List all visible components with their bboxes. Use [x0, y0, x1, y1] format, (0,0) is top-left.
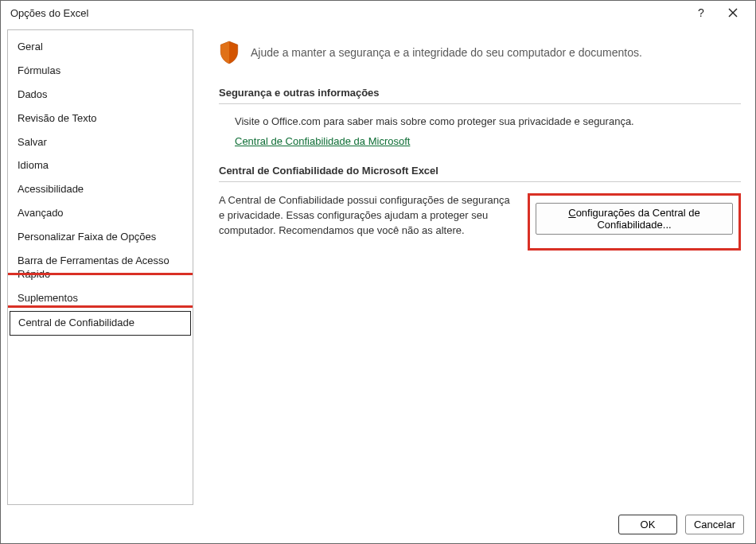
- trust-center-settings-button[interactable]: Configurações da Central de Confiabilida…: [536, 203, 733, 235]
- excel-options-window: Opções do Excel ? Geral Fórmulas Dados R…: [0, 0, 756, 544]
- sidebar-item-geral[interactable]: Geral: [10, 36, 191, 59]
- trust-center-description: A Central de Confiabilidade possui confi…: [219, 193, 513, 239]
- sidebar-item-acessibilidade[interactable]: Acessibilidade: [10, 178, 191, 201]
- sidebar-item-barra-acesso-rapido[interactable]: Barra de Ferramentas de Acesso Rápido: [10, 250, 191, 286]
- sidebar-item-central-confiabilidade[interactable]: Central de Confiabilidade: [10, 311, 191, 336]
- close-button[interactable]: [717, 1, 749, 25]
- intro-text: Ajude a manter a segurança e a integrida…: [251, 46, 642, 59]
- microsoft-trust-center-link[interactable]: Central de Confiabilidade da Microsoft: [235, 135, 410, 147]
- section-body-security-info: Visite o Office.com para saber mais sobr…: [219, 115, 741, 165]
- sidebar-item-salvar[interactable]: Salvar: [10, 131, 191, 154]
- sidebar-item-revisao[interactable]: Revisão de Texto: [10, 107, 191, 130]
- section-body-trust-center: A Central de Confiabilidade possui confi…: [219, 193, 741, 268]
- cancel-button[interactable]: Cancelar: [685, 515, 744, 534]
- ok-button[interactable]: OK: [618, 515, 677, 534]
- close-icon: [728, 8, 738, 17]
- footer: OK Cancelar: [1, 505, 755, 543]
- sidebar: Geral Fórmulas Dados Revisão de Texto Sa…: [7, 29, 193, 505]
- sidebar-item-dados[interactable]: Dados: [10, 84, 191, 107]
- sidebar-item-idioma[interactable]: Idioma: [10, 154, 191, 177]
- trust-center-button-wrap: Configurações da Central de Confiabilida…: [528, 193, 741, 251]
- window-title: Opções do Excel: [7, 7, 685, 19]
- trust-center-settings-button-rest: onfigurações da Central de Confiabilidad…: [576, 207, 700, 231]
- help-button[interactable]: ?: [685, 1, 717, 25]
- security-info-text: Visite o Office.com para saber mais sobr…: [235, 115, 741, 127]
- sidebar-item-formulas[interactable]: Fórmulas: [10, 60, 191, 83]
- shield-icon: [219, 41, 240, 64]
- section-heading-security-info: Segurança e outras informações: [219, 87, 741, 104]
- content-pane: Ajude a manter a segurança e a integrida…: [193, 29, 749, 505]
- sidebar-item-suplementos[interactable]: Suplementos: [10, 287, 191, 310]
- sidebar-item-personalizar-faixa[interactable]: Personalizar Faixa de Opções: [10, 226, 191, 249]
- intro-row: Ajude a manter a segurança e a integrida…: [219, 41, 741, 64]
- sidebar-item-avancado[interactable]: Avançado: [10, 202, 191, 225]
- section-heading-trust-center: Central de Confiabilidade do Microsoft E…: [219, 165, 741, 182]
- trust-center-row: A Central de Confiabilidade possui confi…: [219, 193, 741, 251]
- titlebar: Opções do Excel ?: [1, 1, 755, 25]
- dialog-body: Geral Fórmulas Dados Revisão de Texto Sa…: [1, 25, 755, 505]
